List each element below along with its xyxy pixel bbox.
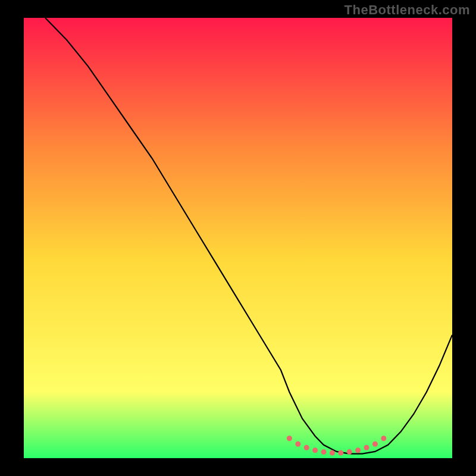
optimal-dot: [312, 447, 318, 453]
gradient-background: [24, 18, 452, 458]
optimal-dot: [364, 445, 369, 450]
plot-area: [24, 18, 452, 458]
optimal-dot: [381, 436, 386, 441]
chart-svg: [24, 18, 452, 458]
optimal-dot: [304, 445, 309, 450]
optimal-dot: [295, 441, 300, 447]
optimal-dot: [347, 449, 352, 455]
optimal-dot: [330, 450, 335, 456]
watermark-text: TheBottleneck.com: [345, 2, 470, 18]
optimal-dot: [287, 436, 292, 441]
optimal-dot: [321, 449, 327, 455]
chart-outer-frame: TheBottleneck.com: [0, 0, 476, 476]
optimal-dot: [355, 447, 361, 453]
optimal-dot: [338, 450, 343, 456]
optimal-dot: [372, 441, 378, 447]
